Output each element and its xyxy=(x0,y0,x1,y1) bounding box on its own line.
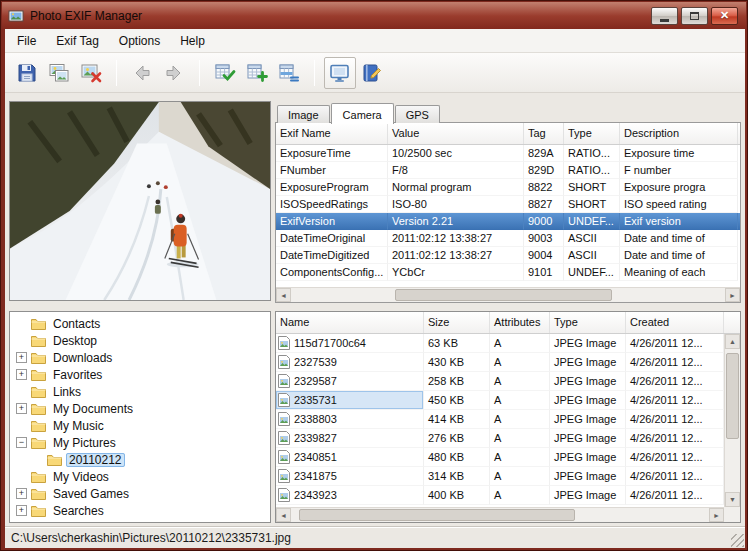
exif-column-header-value[interactable]: Value xyxy=(388,123,524,144)
tree-item-my-documents[interactable]: + My Documents xyxy=(10,400,270,417)
tree-item-label: My Music xyxy=(50,419,107,433)
exif-table-row[interactable]: FNumberF/8829DRATIO...F number xyxy=(276,162,740,179)
menu-item-help[interactable]: Help xyxy=(170,29,215,52)
maximize-button[interactable] xyxy=(681,7,708,25)
file-row-2340851[interactable]: 2340851480 KBAJPEG Image4/26/2011 12... xyxy=(276,448,724,467)
scroll-track[interactable] xyxy=(291,288,725,302)
help-button[interactable] xyxy=(356,57,388,89)
exif-cell-type: ASCII xyxy=(564,247,620,264)
file-cell-name: 2339827 xyxy=(276,429,424,448)
file-vscrollbar[interactable]: ▲ ▼ xyxy=(724,334,740,507)
tree-expander-collapsed[interactable]: + xyxy=(16,488,27,499)
tree-item-downloads[interactable]: + Downloads xyxy=(10,349,270,366)
folder-icon xyxy=(31,504,46,517)
file-row-2343923[interactable]: 2343923400 KBAJPEG Image4/26/2011 12... xyxy=(276,486,724,505)
client-area: FileExif TagOptionsHelp xyxy=(5,29,745,548)
file-column-header-type[interactable]: Type xyxy=(550,312,626,333)
exif-table-row[interactable]: ISOSpeedRatingsISO-808827SHORTISO speed … xyxy=(276,196,740,213)
tree-item-contacts[interactable]: Contacts xyxy=(10,315,270,332)
file-row-2327539[interactable]: 2327539430 KBAJPEG Image4/26/2011 12... xyxy=(276,353,724,372)
scroll-up-button[interactable]: ▲ xyxy=(725,334,740,349)
exif-column-header-tag[interactable]: Tag xyxy=(524,123,564,144)
close-button[interactable]: ✕ xyxy=(711,7,738,25)
minimize-button[interactable] xyxy=(651,7,678,25)
title-bar[interactable]: Photo EXIF Manager ✕ xyxy=(2,2,746,29)
tree-item-links[interactable]: Links xyxy=(10,383,270,400)
file-cell-attributes: A xyxy=(490,410,550,429)
tab-camera[interactable]: Camera xyxy=(331,103,394,124)
exif-table-row[interactable]: DateTimeOriginal2011:02:12 13:38:279003A… xyxy=(276,230,740,247)
scroll-track[interactable] xyxy=(291,508,709,522)
exif-table-row[interactable]: DateTimeDigitized2011:02:12 13:38:279004… xyxy=(276,247,740,264)
tree-item-desktop[interactable]: Desktop xyxy=(10,332,270,349)
tree-expander-collapsed[interactable]: + xyxy=(16,369,27,380)
file-cell-attributes: A xyxy=(490,467,550,486)
tree-item-label: My Pictures xyxy=(50,436,119,450)
remove-exif-button[interactable] xyxy=(75,57,107,89)
save-exif-button[interactable] xyxy=(11,57,43,89)
scroll-left-button[interactable]: ◄ xyxy=(276,508,291,522)
file-column-header-size[interactable]: Size xyxy=(424,312,490,333)
scroll-right-button[interactable]: ► xyxy=(725,288,740,302)
exif-table-row[interactable]: ExposureTime10/2500 sec829ARATIO...Expos… xyxy=(276,145,740,162)
scroll-track[interactable] xyxy=(725,349,740,492)
jpeg-file-icon xyxy=(278,488,290,502)
file-row-2335731[interactable]: 2335731450 KBAJPEG Image4/26/2011 12... xyxy=(276,391,724,410)
scroll-left-button[interactable]: ◄ xyxy=(276,288,291,302)
tree-item-my-videos[interactable]: My Videos xyxy=(10,468,270,485)
tree-expander-collapsed[interactable]: + xyxy=(16,505,27,516)
exif-column-header-description[interactable]: Description xyxy=(620,123,738,144)
scroll-thumb[interactable] xyxy=(299,509,575,521)
tree-item-my-music[interactable]: My Music xyxy=(10,417,270,434)
file-column-header-attributes[interactable]: Attributes xyxy=(490,312,550,333)
add-exif-tag-button[interactable] xyxy=(241,57,273,89)
apply-exif-button[interactable] xyxy=(209,57,241,89)
resize-grip[interactable] xyxy=(731,534,744,547)
exif-cell-description: Exif version xyxy=(620,213,738,230)
minimize-icon xyxy=(660,19,669,22)
copy-picture-button[interactable] xyxy=(43,57,75,89)
file-column-header-created[interactable]: Created xyxy=(626,312,724,333)
jpeg-file-icon xyxy=(278,412,290,426)
tree-item-searches[interactable]: + Searches xyxy=(10,502,270,519)
scroll-down-button[interactable]: ▼ xyxy=(725,492,740,507)
exif-table-row[interactable]: ComponentsConfig...YCbCr9101UNDEF...Mean… xyxy=(276,264,740,281)
menu-item-options[interactable]: Options xyxy=(109,29,170,52)
exif-cell-type: ASCII xyxy=(564,230,620,247)
exif-column-header-type[interactable]: Type xyxy=(564,123,620,144)
exif-column-header-exif-name[interactable]: Exif Name xyxy=(276,123,388,144)
file-row-2341875[interactable]: 2341875314 KBAJPEG Image4/26/2011 12... xyxy=(276,467,724,486)
scroll-thumb[interactable] xyxy=(395,289,612,301)
tree-item-favorites[interactable]: + Favorites xyxy=(10,366,270,383)
exif-hscrollbar[interactable]: ◄ ► xyxy=(276,287,740,302)
exif-cell-tag: 8822 xyxy=(524,179,564,196)
tree-item-my-pictures[interactable]: − My Pictures xyxy=(10,434,270,451)
menu-item-file[interactable]: File xyxy=(7,29,46,52)
folder-icon xyxy=(31,470,46,483)
tab-image[interactable]: Image xyxy=(277,105,330,123)
file-cell-type: JPEG Image xyxy=(550,391,626,410)
tree-item-saved-games[interactable]: + Saved Games xyxy=(10,485,270,502)
file-hscrollbar[interactable]: ◄ ► xyxy=(276,507,724,522)
next-photo-button[interactable] xyxy=(158,57,190,89)
scroll-right-button[interactable]: ► xyxy=(709,508,724,522)
exif-list-button[interactable] xyxy=(273,57,305,89)
tab-gps[interactable]: GPS xyxy=(395,105,440,123)
file-row-115d71700c64[interactable]: 115d71700c6463 KBAJPEG Image4/26/2011 12… xyxy=(276,334,724,353)
exif-table-row[interactable]: ExposureProgramNormal program8822SHORTEx… xyxy=(276,179,740,196)
tree-item-20110212[interactable]: 20110212 xyxy=(10,451,270,468)
tree-expander-collapsed[interactable]: + xyxy=(16,403,27,414)
file-name-label: 2335731 xyxy=(294,391,337,409)
file-row-2339827[interactable]: 2339827276 KBAJPEG Image4/26/2011 12... xyxy=(276,429,724,448)
viewer-button[interactable] xyxy=(324,57,356,89)
file-column-header-name[interactable]: Name xyxy=(276,312,424,333)
menu-item-exif-tag[interactable]: Exif Tag xyxy=(46,29,108,52)
file-row-2338803[interactable]: 2338803414 KBAJPEG Image4/26/2011 12... xyxy=(276,410,724,429)
previous-photo-button[interactable] xyxy=(126,57,158,89)
tree-expander-collapsed[interactable]: + xyxy=(16,352,27,363)
status-bar: C:\Users\cherkashin\Pictures\20110212\23… xyxy=(5,526,745,548)
tree-expander-expanded[interactable]: − xyxy=(16,437,27,448)
exif-table-row[interactable]: ExifVersionVersion 2.219000UNDEF...Exif … xyxy=(276,213,740,230)
file-row-2329587[interactable]: 2329587258 KBAJPEG Image4/26/2011 12... xyxy=(276,372,724,391)
scroll-thumb[interactable] xyxy=(726,353,739,439)
